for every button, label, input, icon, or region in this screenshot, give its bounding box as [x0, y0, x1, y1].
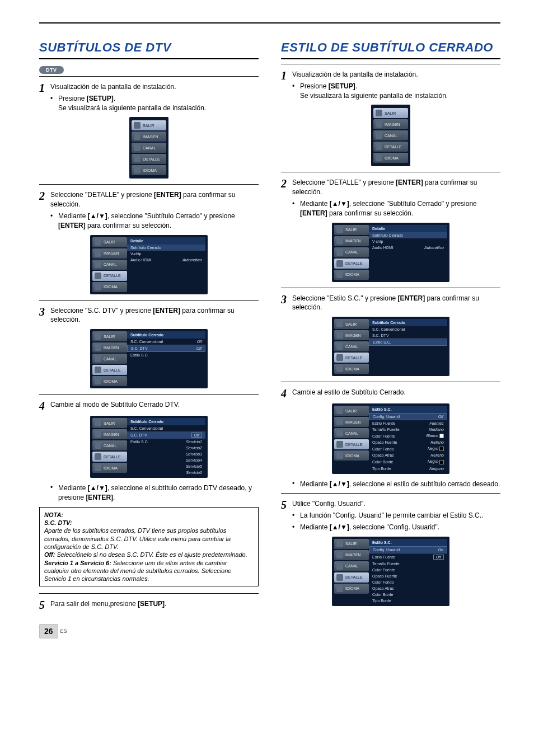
menu-item: CANAL	[92, 440, 127, 450]
divider	[39, 394, 259, 395]
bullet-icon: •	[50, 483, 55, 503]
panel-row: Opaco FuenteRelleno	[369, 439, 447, 445]
menu-item: CANAL	[132, 143, 166, 153]
divider	[281, 64, 500, 64]
menu-item: IMAGEN	[334, 550, 369, 560]
panel-row: Estilo S.C.	[127, 352, 205, 358]
menu-screenshot-5: SALIR IMAGEN CANAL DETALLE IDIOMA Estilo…	[281, 537, 500, 606]
menu-item: IMAGEN	[92, 248, 127, 259]
left-title: SUBTÍTULOS DE DTV	[39, 40, 259, 55]
menu-item: CANAL	[92, 354, 127, 364]
menu-item: DETALLE	[373, 142, 408, 152]
bullet-text: Mediante [▲/▼], seleccione el subtítulo …	[58, 483, 259, 503]
divider	[281, 172, 500, 172]
panel-row: Color Fuente	[369, 567, 447, 573]
right-title: ESTILO DE SUBTÍTULO CERRADO	[281, 40, 500, 55]
menu-item: DETALLE	[334, 439, 369, 449]
step-number: 5	[39, 599, 47, 611]
menu-icon	[134, 122, 140, 129]
step-number: 1	[281, 70, 289, 81]
step-4: 4 Cambie al estilo de Subtítulo Cerrado.	[281, 388, 500, 399]
panel-row: Audio HDMIAutomático	[127, 257, 205, 263]
menu-item: SALIR	[334, 225, 369, 235]
note-body: Servicio 1 a Servicio 6: Seleccione uno …	[44, 559, 254, 583]
menu-item: IDIOMA	[132, 165, 166, 175]
step-1: 1 Visualización de la pantalla de instal…	[39, 82, 259, 112]
panel-row: Config. UsuaridOff	[369, 413, 447, 420]
menu-item: IMAGEN	[334, 236, 369, 246]
panel-row: Servicio2	[127, 445, 205, 451]
panel-row: Servicio6	[127, 469, 205, 476]
panel-row: Color Fondo	[369, 579, 447, 585]
menu-item: CANAL	[373, 130, 408, 140]
menu-item: SALIR	[334, 539, 369, 549]
menu-item: IDIOMA	[334, 364, 369, 374]
bullet-icon: •	[292, 199, 297, 218]
menu-item: CANAL	[92, 260, 127, 270]
page-number: 26 ES	[39, 624, 500, 638]
panel-row: V-chip	[369, 238, 447, 245]
menu-item: IMAGEN	[92, 342, 127, 353]
bullet-icon: •	[292, 480, 297, 489]
dtv-badge: DTV	[39, 66, 64, 74]
menu-item: DETALLE	[92, 271, 127, 281]
step-4: 4 Cambie al modo de Subtítulo Cerrado DT…	[39, 400, 259, 411]
panel-row: S.C. ConvencionalOff	[127, 339, 205, 345]
menu-screenshot-1: SALIR IMAGEN CANAL DETALLE IDIOMA	[39, 117, 259, 179]
panel-row: Servicio4	[127, 457, 205, 463]
step-number: 2	[39, 190, 47, 201]
panel-row: S.C. DTVOff	[127, 431, 205, 439]
divider	[39, 76, 259, 77]
step-text: Seleccione "DETALLE" y presione [ENTER] …	[50, 191, 235, 208]
panel-header: Detalle	[127, 237, 205, 245]
note-body: Off: Selecciónelo si no desea S.C. DTV. …	[44, 551, 254, 558]
panel-header: Estilo S.C.	[369, 539, 447, 546]
step-number: 5	[281, 499, 289, 510]
bullet-icon: •	[50, 94, 55, 113]
menu-item: IDIOMA	[334, 270, 369, 280]
menu-item: DETALLE	[334, 259, 369, 269]
step-text: Seleccione "Estilo S.C." y presione [ENT…	[292, 294, 500, 313]
divider	[39, 300, 259, 300]
bullet-text: Mediante [▲/▼], seleccione "Subtítulo Ce…	[58, 212, 259, 231]
note-subhead: S.C. DTV:	[44, 519, 254, 527]
step-text: Seleccione "S.C. DTV" y presione [ENTER]…	[50, 306, 259, 325]
menu-screenshot-2: SALIR IMAGEN CANAL DETALLE IDIOMA Detall…	[39, 235, 259, 294]
menu-icon	[134, 144, 140, 151]
menu-item: DETALLE	[92, 452, 127, 462]
panel-row: Subtítulo Cerrado	[369, 232, 447, 238]
panel-row: Tipo Borde	[369, 598, 447, 604]
step-number: 1	[39, 82, 47, 93]
panel-row: Estilo S.C.	[369, 339, 447, 346]
menu-item: CANAL	[334, 561, 369, 571]
menu-item: DETALLE	[132, 154, 166, 164]
menu-screenshot-1: SALIR IMAGEN CANAL DETALLE IDIOMA	[281, 105, 500, 166]
panel-row: Opaco AtrásRelleno	[369, 452, 447, 458]
panel-row: Color FuenteBlanco	[369, 433, 447, 439]
menu-item: IDIOMA	[373, 153, 408, 163]
menu-item: SALIR	[373, 108, 408, 118]
menu-item: IMAGEN	[373, 119, 408, 129]
step-text: Para salir del menu,presione [SETUP].	[50, 599, 259, 609]
panel-row: V-chip	[127, 251, 205, 257]
menu-icon	[134, 167, 140, 173]
page-number-value: 26	[39, 624, 58, 638]
menu-screenshot-4: SALIR IMAGEN CANAL DETALLE IDIOMA Subtít…	[39, 416, 259, 478]
panel-row: Audio HDMIAutomático	[369, 245, 447, 251]
two-column-layout: SUBTÍTULOS DE DTV DTV 1 Visualización de…	[39, 40, 500, 613]
divider	[281, 58, 500, 59]
menu-item: SALIR	[92, 237, 127, 247]
right-column: ESTILO DE SUBTÍTULO CERRADO 1 Visualizac…	[281, 40, 500, 613]
panel-row: Tamaño FuenteMediano	[369, 426, 447, 433]
panel-header: Estilo S.C.	[369, 406, 447, 413]
menu-item: SALIR	[334, 319, 369, 329]
panel-row: S.C. DTV	[369, 332, 447, 339]
page-lang: ES	[60, 628, 67, 634]
menu-item: CANAL	[334, 341, 369, 351]
menu-item: SALIR	[92, 418, 127, 428]
menu-item: CANAL	[334, 247, 369, 257]
menu-item: CANAL	[334, 428, 369, 438]
panel-row: Estilo FuenteFuente1	[369, 420, 447, 426]
bullet-text: Mediante [▲/▼], seleccione "Subtítulo Ce…	[300, 199, 500, 218]
divider	[281, 382, 500, 382]
